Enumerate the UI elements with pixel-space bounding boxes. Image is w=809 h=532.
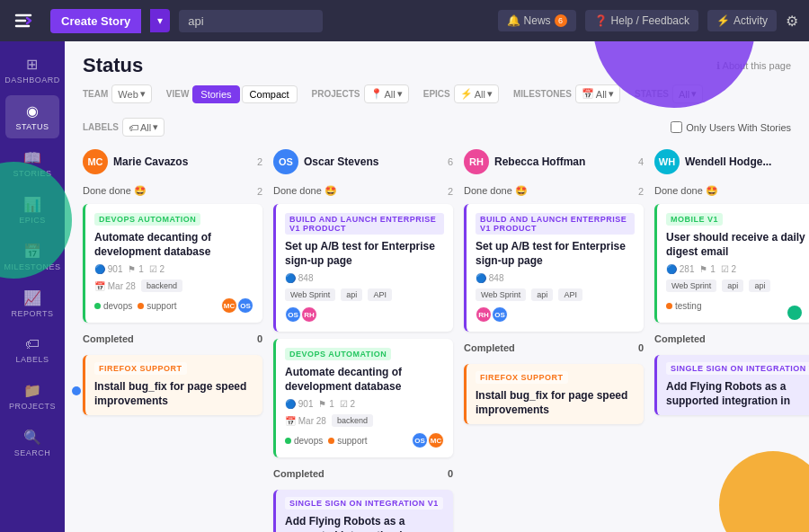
chevron-down-icon: ▾ [609,88,614,100]
calendar-icon: 📅 [582,88,594,100]
lightning-icon: ⚡ [460,88,473,100]
completed-card[interactable]: SINGLE SIGN ON INTEGRATION V1Add Flying … [654,355,809,415]
card-badge: backend [332,414,373,427]
help-button[interactable]: ❓ Help / Feedback [585,10,698,31]
chevron-down-icon: ▾ [397,88,403,100]
column-user-name: Rebecca Hoffman [494,155,633,168]
story-card[interactable]: BUILD AND LAUNCH ENTERPRISE V1 PRODUCTSe… [464,204,644,332]
sidebar-item-search[interactable]: 🔍 Search [5,421,59,465]
card-meta: 🔵 848 [285,273,444,283]
column-count: 2 [257,156,262,167]
sidebar-item-epics[interactable]: 📊 Epics [5,189,59,232]
card-badge: API [558,288,582,301]
sprint-badge: api [341,288,362,301]
sidebar-item-dashboard[interactable]: ⊞ Dashboard [5,49,59,92]
page-header: Status ℹ About this page [65,41,809,84]
news-button[interactable]: 🔔 News 6 [498,10,576,31]
gear-icon: ⚙ [786,13,798,29]
mini-avatar: OS [492,306,508,323]
settings-button[interactable]: ⚙ [786,13,798,30]
only-users-filter[interactable]: Only Users With Stories [671,121,791,133]
mini-avatar: OS [285,306,301,323]
sidebar-item-label: Labels [15,355,49,364]
column-user-name: Marie Cavazos [113,155,252,168]
card-meta: 🔵 281⚑ 1☑ 2 [666,264,809,274]
completed-card[interactable]: FIREFOX SUPPORTInstall bug_fix for page … [464,364,644,424]
card-points: 🔵 901 [285,399,313,409]
status-icon: ◉ [26,102,40,120]
story-card[interactable]: DEVOPS AUTOMATIONAutomate decanting of d… [83,204,262,323]
sprint-badge: Web Sprint [666,279,716,292]
create-story-button[interactable]: Create Story [50,9,141,33]
avatar: OS [273,149,298,174]
labels-filter: LABELS 🏷 All ▾ [83,118,164,137]
sidebar-item-reports[interactable]: 📈 Reports [5,282,59,325]
help-icon: ❓ [594,14,608,27]
card-dots-row: devopssupportMCOS [94,297,253,314]
view-compact-button[interactable]: Compact [242,85,298,103]
epics-filter-select[interactable]: ⚡ All ▾ [454,84,499,103]
card-tasks: ☑ 2 [721,264,736,274]
milestones-filter-select[interactable]: 📅 All ▾ [575,84,620,103]
sidebar-item-label: Milestones [4,262,61,271]
team-filter-select[interactable]: Web ▾ [111,84,151,103]
projects-filter-select[interactable]: 📍 All ▾ [364,84,409,103]
completed-label: Completed0 [273,465,453,483]
card-title: User should receive a daily digest email [666,231,809,259]
search-input[interactable] [179,10,323,32]
mini-avatar: OS [412,432,428,448]
main-content: Status ℹ About this page TEAM Web ▾ VIEW… [65,41,809,532]
labels-filter-select[interactable]: 🏷 All ▾ [122,118,164,137]
card-badge: API [368,288,392,301]
card-title: Set up A/B test for Enterprise sign-up p… [285,240,444,268]
card-meta: 🔵 901⚑ 1☑ 2 [285,399,444,409]
column-user-name: Oscar Stevens [304,155,442,168]
sidebar-item-labels[interactable]: 🏷 Labels [5,329,59,371]
mini-avatar: RH [476,306,492,323]
column-header-marie: MCMarie Cavazos2 [83,146,262,178]
story-card[interactable]: MOBILE V1User should receive a daily dig… [654,204,809,323]
kanban-board: MCMarie Cavazos2Done done 🤩2DEVOPS AUTOM… [65,146,809,532]
completed-card-title: Add Flying Robots as a supported integra… [666,380,809,408]
card-tag: DEVOPS AUTOMATION [94,213,200,226]
search-icon: 🔍 [23,429,42,446]
states-filter: STATES All ▾ [635,84,703,103]
column-header-oscar: OSOscar Stevens6 [273,146,453,178]
activity-label: Activity [733,14,768,27]
sidebar-item-projects[interactable]: 📁 Projects [5,375,59,418]
card-avatars: MCOS [221,297,253,314]
completed-card[interactable]: FIREFOX SUPPORTInstall bug_fix for page … [83,355,262,415]
milestones-filter: MILESTONES 📅 All ▾ [513,84,620,103]
completed-card-title: Add Flying Robots as a supported integra… [285,515,444,532]
completed-card-title: Install bug_fix for page speed improveme… [94,380,253,408]
projects-filter: PROJECTS 📍 All ▾ [312,84,409,103]
states-filter-select[interactable]: All ▾ [672,84,703,103]
labels-icon: 🏷 [25,336,40,352]
card-dots-row: devopssupportOSMC [285,432,444,448]
activity-button[interactable]: ⚡ Activity [707,10,777,31]
dashboard-icon: ⊞ [26,56,39,73]
story-card[interactable]: DEVOPS AUTOMATIONAutomate decanting of d… [273,339,453,457]
card-badges-row: Web SprintapiAPI [285,288,444,301]
view-stories-button[interactable]: Stories [192,85,239,103]
completed-card-tag: FIREFOX SUPPORT [476,371,568,384]
completed-card[interactable]: SINGLE SIGN ON INTEGRATION V1Add Flying … [273,490,453,532]
avatar: WH [654,149,680,174]
card-tag: BUILD AND LAUNCH ENTERPRISE V1 PRODUCT [476,213,635,235]
about-page-link[interactable]: ℹ About this page [716,60,791,72]
sprint-badge: api [531,288,553,301]
story-card[interactable]: BUILD AND LAUNCH ENTERPRISE V1 PRODUCTSe… [273,204,453,332]
card-blocker: ⚑ 1 [699,264,715,274]
column-header-wendell: WHWendell Hodge...2 [654,146,809,178]
card-meta: 🔵 848 [476,273,635,283]
create-story-label: Create Story [61,14,130,28]
only-users-checkbox[interactable] [671,121,682,133]
create-story-dropdown-button[interactable]: ▾ [150,9,170,32]
card-title: Automate decanting of development databa… [285,366,444,394]
card-tag: BUILD AND LAUNCH ENTERPRISE V1 PRODUCT [285,213,444,235]
sidebar-item-label: Status [15,122,49,131]
sidebar-item-stories[interactable]: 📖 Stories [5,142,59,185]
view-filter-label: VIEW [166,89,190,99]
sidebar-item-status[interactable]: ◉ Status [5,95,59,138]
sidebar-item-milestones[interactable]: 📅 Milestones [5,235,59,279]
